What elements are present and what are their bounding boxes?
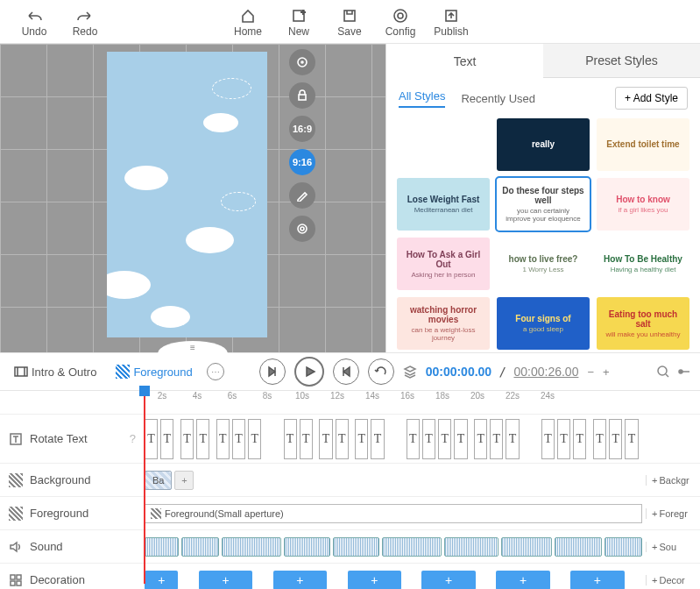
zoom-fit-icon[interactable]: [656, 365, 670, 379]
redo-button[interactable]: Redo: [63, 4, 107, 42]
decoration-clip[interactable]: +: [273, 571, 328, 590]
tab-intro-outro[interactable]: Intro & Outro: [9, 361, 102, 382]
style-card[interactable]: Eating too much saltwill make you unheal…: [597, 297, 689, 350]
timeline-ruler[interactable]: 2s4s6s8s10s12s14s16s18s20s22s24s: [145, 391, 700, 414]
bg-aside-add[interactable]: + Backgr: [646, 475, 700, 486]
publish-button[interactable]: Publish: [429, 4, 473, 42]
audio-clip[interactable]: [181, 537, 219, 557]
undo-button[interactable]: Undo: [12, 4, 56, 42]
prev-button[interactable]: [259, 358, 286, 385]
home-button[interactable]: Home: [226, 4, 270, 42]
text-block[interactable]: T: [248, 419, 261, 459]
style-card[interactable]: How to knowif a girl likes you: [597, 178, 689, 231]
audio-clip[interactable]: [605, 537, 642, 557]
audio-clip[interactable]: [145, 537, 179, 557]
text-block[interactable]: T: [145, 419, 158, 459]
text-block[interactable]: T: [506, 419, 519, 459]
foreground-track[interactable]: Foreground(Small aperture): [145, 504, 646, 523]
tab-preset-styles[interactable]: Preset Styles: [543, 44, 700, 78]
text-block[interactable]: T: [284, 419, 297, 459]
audio-clip[interactable]: [501, 537, 552, 557]
preview-canvas[interactable]: [107, 52, 267, 337]
decoration-clip[interactable]: +: [145, 571, 178, 590]
text-block[interactable]: T: [438, 419, 451, 459]
text-block[interactable]: T: [609, 419, 622, 459]
style-card[interactable]: Extend toilet time: [597, 118, 689, 171]
canvas-expand-handle[interactable]: [158, 341, 228, 353]
filter-all-styles[interactable]: All Styles: [399, 89, 445, 108]
filter-recently-used[interactable]: Recently Used: [461, 92, 535, 105]
lock-tool[interactable]: [289, 82, 315, 109]
style-card[interactable]: How To Be HealthyHaving a healthy diet: [597, 238, 689, 290]
text-block[interactable]: T: [232, 419, 245, 459]
style-card[interactable]: Lose Weight FastMediterranean diet: [397, 178, 490, 231]
more-button[interactable]: ⋯: [207, 363, 224, 380]
decoration-clip[interactable]: +: [199, 571, 253, 590]
text-block[interactable]: T: [454, 419, 467, 459]
tab-foreground[interactable]: Foreground: [110, 361, 197, 382]
audio-clip[interactable]: [333, 537, 379, 557]
tab-text[interactable]: Text: [386, 44, 543, 78]
save-button[interactable]: Save: [328, 4, 371, 42]
aspect-16-9[interactable]: 16:9: [289, 116, 315, 142]
style-card[interactable]: watching horror moviescan be a weight-lo…: [397, 297, 490, 350]
fg-clip[interactable]: Foreground(Small aperture): [145, 504, 642, 523]
zoom-in[interactable]: +: [603, 365, 610, 379]
next-button[interactable]: [333, 358, 359, 385]
audio-clip[interactable]: [222, 537, 281, 557]
fg-aside-add[interactable]: + Foregr: [646, 508, 700, 519]
text-block[interactable]: T: [557, 419, 570, 459]
decoration-clip[interactable]: +: [348, 571, 402, 590]
text-block[interactable]: T: [573, 419, 586, 459]
text-block[interactable]: T: [355, 419, 368, 459]
style-card[interactable]: How To Ask a Girl OutAsking her in perso…: [397, 238, 490, 290]
zoom-out[interactable]: −: [587, 365, 594, 379]
text-block[interactable]: T: [196, 419, 209, 459]
aspect-9-16[interactable]: 9:16: [289, 149, 315, 175]
zoom-slider-icon[interactable]: [677, 365, 691, 379]
decoration-clip[interactable]: +: [496, 571, 550, 590]
playhead[interactable]: [144, 391, 145, 584]
new-button[interactable]: New: [277, 4, 321, 42]
deco-aside-add[interactable]: + Decor: [646, 575, 700, 585]
text-block[interactable]: T: [180, 419, 194, 459]
text-block[interactable]: T: [407, 419, 420, 459]
text-block[interactable]: T: [422, 419, 435, 459]
audio-clip[interactable]: [284, 537, 330, 557]
text-block[interactable]: T: [319, 419, 332, 459]
audio-clip[interactable]: [444, 537, 499, 557]
audio-clip[interactable]: [382, 537, 442, 557]
text-block[interactable]: T: [216, 419, 230, 459]
decoration-clip[interactable]: +: [421, 571, 476, 590]
decoration-track[interactable]: +++++++: [145, 571, 646, 590]
help-icon[interactable]: ?: [130, 432, 136, 445]
style-card[interactable]: [397, 118, 490, 171]
target-tool[interactable]: [289, 49, 315, 75]
style-card[interactable]: how to live free?1 Worry Less: [497, 238, 590, 290]
add-bg-clip[interactable]: +: [174, 471, 194, 490]
play-button[interactable]: [294, 357, 324, 387]
style-card[interactable]: Do these four steps wellyou can certainl…: [497, 178, 590, 231]
decoration-clip[interactable]: +: [570, 571, 625, 590]
text-block[interactable]: T: [593, 419, 606, 459]
text-block[interactable]: T: [474, 419, 487, 459]
style-card[interactable]: really: [497, 118, 590, 171]
text-block[interactable]: T: [490, 419, 503, 459]
edit-tool[interactable]: [289, 182, 315, 209]
text-block[interactable]: T: [541, 419, 555, 459]
layers-icon[interactable]: [403, 365, 417, 379]
text-block[interactable]: T: [336, 419, 349, 459]
bg-clip[interactable]: Ba: [145, 471, 172, 490]
time-duration[interactable]: 00:00:26.00: [513, 365, 578, 379]
text-block[interactable]: T: [160, 419, 173, 459]
text-block[interactable]: T: [625, 419, 638, 459]
sound-track[interactable]: [145, 537, 646, 557]
rotate-text-track[interactable]: TTTTTTTTTTTTTTTTTTTTTTTTTT: [145, 419, 646, 459]
add-style-button[interactable]: + Add Style: [615, 87, 688, 110]
settings-tool[interactable]: [289, 216, 315, 242]
config-button[interactable]: Config: [378, 4, 422, 42]
sound-aside-add[interactable]: + Sou: [646, 542, 700, 552]
text-block[interactable]: T: [300, 419, 313, 459]
background-track[interactable]: Ba +: [145, 471, 646, 490]
text-block[interactable]: T: [371, 419, 384, 459]
